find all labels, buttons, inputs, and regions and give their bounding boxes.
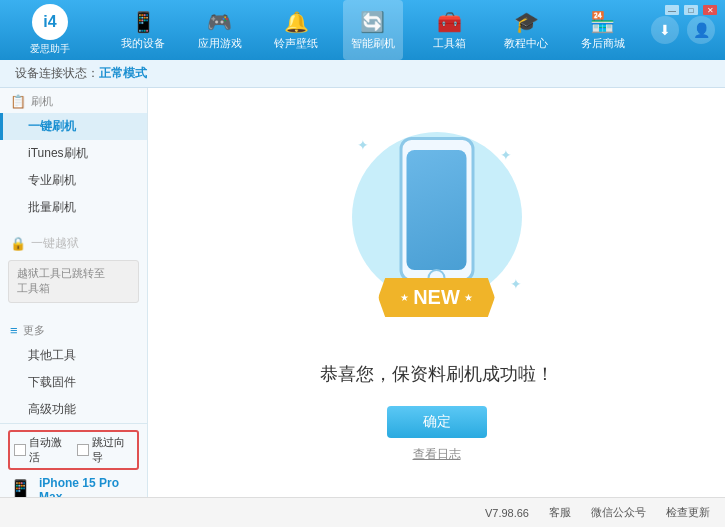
device-details: iPhone 15 Pro Max 512GB iPhone (39, 476, 139, 497)
nav-tab-service[interactable]: 🏪 务后商城 (573, 0, 633, 60)
sidebar: 📋 刷机 一键刷机 iTunes刷机 专业刷机 批量刷机 🔒 一键越狱 越狱工具… (0, 88, 148, 497)
more-section-label: 更多 (23, 323, 45, 338)
download-button[interactable]: ⬇ (651, 16, 679, 44)
success-message: 恭喜您，保资料刷机成功啦！ (320, 362, 554, 386)
more-icon: ≡ (10, 323, 18, 338)
header-right: ⬇ 👤 (651, 16, 715, 44)
toolbox-label: 工具箱 (433, 36, 466, 51)
main: 📋 刷机 一键刷机 iTunes刷机 专业刷机 批量刷机 🔒 一键越狱 越狱工具… (0, 88, 725, 497)
sidebar-item-itunes-flash[interactable]: iTunes刷机 (0, 140, 147, 167)
guide-checkbox[interactable] (77, 444, 89, 456)
nav-tab-smart-flash[interactable]: 🔄 智能刷机 (343, 0, 403, 60)
flash-section-header: 📋 刷机 (0, 88, 147, 113)
device-info: 📱 iPhone 15 Pro Max 512GB iPhone (8, 476, 139, 497)
footer-version: V7.98.66 (485, 507, 529, 519)
jailbreak-section-header: 🔒 一键越狱 (0, 229, 147, 256)
sparkle-icon-3: ✦ (510, 276, 522, 292)
service-icon: 🏪 (590, 10, 615, 34)
nav-tabs: 📱 我的设备 🎮 应用游戏 🔔 铃声壁纸 🔄 智能刷机 🧰 工具箱 🎓 教程中心… (105, 0, 641, 60)
apps-label: 应用游戏 (198, 36, 242, 51)
content-area: ✦ ✦ ✦ ★ NEW ★ 恭喜您，保资料刷机成功啦！ 确定 查看日志 (148, 88, 725, 497)
phone-device (399, 137, 474, 282)
guide-label: 跳过向导 (92, 435, 134, 465)
smart-flash-label: 智能刷机 (351, 36, 395, 51)
auto-activate-checkbox[interactable] (14, 444, 26, 456)
subheader: 设备连接状态： 正常模式 (0, 60, 725, 88)
new-star-right: ★ (464, 292, 473, 303)
maximize-button[interactable]: □ (684, 5, 698, 15)
sidebar-item-other-tools[interactable]: 其他工具 (0, 342, 147, 369)
confirm-button[interactable]: 确定 (387, 406, 487, 438)
flash-section-label: 刷机 (31, 94, 53, 109)
more-section-header: ≡ 更多 (0, 315, 147, 342)
sidebar-item-advanced[interactable]: 高级功能 (0, 396, 147, 423)
disabled-message-box: 越狱工具已跳转至工具箱 (8, 260, 139, 303)
subheader-mode: 正常模式 (99, 65, 147, 82)
toolbox-icon: 🧰 (437, 10, 462, 34)
footer-link-wechat[interactable]: 微信公众号 (591, 505, 646, 520)
service-label: 务后商城 (581, 36, 625, 51)
nav-tab-toolbox[interactable]: 🧰 工具箱 (420, 0, 480, 60)
header: i4 爱思助手 📱 我的设备 🎮 应用游戏 🔔 铃声壁纸 🔄 智能刷机 🧰 工具… (0, 0, 725, 60)
new-star-left: ★ (400, 292, 409, 303)
sidebar-item-pro-flash[interactable]: 专业刷机 (0, 167, 147, 194)
sparkle-icon-2: ✦ (500, 147, 512, 163)
view-log-link[interactable]: 查看日志 (413, 446, 461, 463)
close-button[interactable]: ✕ (703, 5, 717, 15)
phone-screen (407, 150, 467, 270)
lock-icon: 🔒 (10, 236, 26, 251)
nav-tab-apps-games[interactable]: 🎮 应用游戏 (190, 0, 250, 60)
device-checkboxes-container: 自动激活 跳过向导 (8, 430, 139, 470)
logo-area: i4 爱思助手 (10, 4, 90, 56)
phone-illustration: ✦ ✦ ✦ ★ NEW ★ (337, 122, 537, 342)
disabled-label: 一键越狱 (31, 235, 79, 252)
my-device-icon: 📱 (131, 10, 156, 34)
disabled-message: 越狱工具已跳转至工具箱 (17, 267, 105, 294)
sparkle-icon-1: ✦ (357, 137, 369, 153)
user-button[interactable]: 👤 (687, 16, 715, 44)
smart-flash-icon: 🔄 (360, 10, 385, 34)
logo-text: 爱思助手 (30, 42, 70, 56)
tutorial-label: 教程中心 (504, 36, 548, 51)
footer: V7.98.66 客服 微信公众号 检查更新 (0, 497, 725, 527)
apps-icon: 🎮 (207, 10, 232, 34)
subheader-prefix: 设备连接状态： (15, 65, 99, 82)
footer-link-update[interactable]: 检查更新 (666, 505, 710, 520)
flash-section-icon: 📋 (10, 94, 26, 109)
nav-tab-ringtones[interactable]: 🔔 铃声壁纸 (266, 0, 326, 60)
minimize-button[interactable]: — (665, 5, 679, 15)
guide-item: 跳过向导 (77, 435, 134, 465)
my-device-label: 我的设备 (121, 36, 165, 51)
device-area: 自动激活 跳过向导 📱 iPhone 15 Pro Max 512GB iPho… (0, 423, 147, 497)
sidebar-item-download-firmware[interactable]: 下载固件 (0, 369, 147, 396)
auto-activate-label: 自动激活 (29, 435, 71, 465)
device-name: iPhone 15 Pro Max (39, 476, 139, 497)
window-controls: — □ ✕ (665, 5, 717, 15)
ringtones-icon: 🔔 (284, 10, 309, 34)
sidebar-item-one-key-flash[interactable]: 一键刷机 (0, 113, 147, 140)
tutorial-icon: 🎓 (514, 10, 539, 34)
device-phone-icon: 📱 (8, 478, 33, 497)
auto-activate-item: 自动激活 (14, 435, 71, 465)
sidebar-item-batch-flash[interactable]: 批量刷机 (0, 194, 147, 221)
nav-tab-tutorial[interactable]: 🎓 教程中心 (496, 0, 556, 60)
nav-tab-my-device[interactable]: 📱 我的设备 (113, 0, 173, 60)
logo-icon: i4 (32, 4, 68, 40)
footer-link-support[interactable]: 客服 (549, 505, 571, 520)
ringtones-label: 铃声壁纸 (274, 36, 318, 51)
new-label: NEW (413, 286, 460, 309)
